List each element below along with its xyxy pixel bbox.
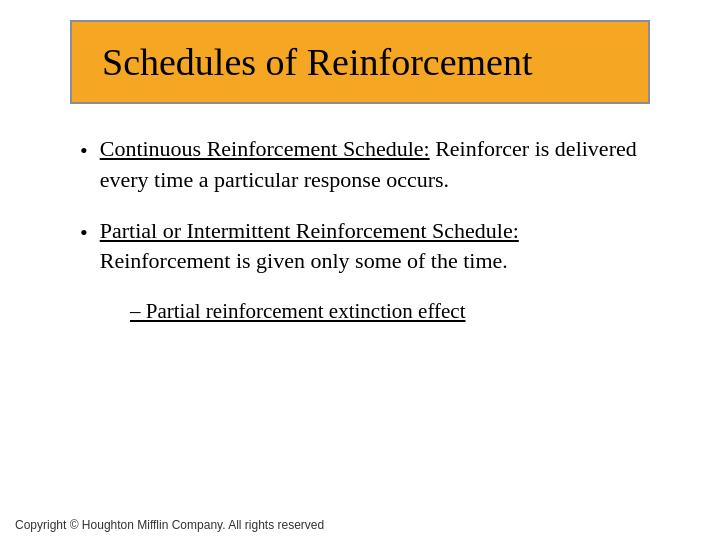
bullet-dot-1: • [80,136,88,167]
bullet-term-2: Partial or Intermittent Reinforcement Sc… [100,218,519,243]
bullet-text-1: Continuous Reinforcement Schedule: Reinf… [100,134,640,196]
slide-container: Schedules of Reinforcement • Continuous … [0,0,720,540]
bullet-list: • Continuous Reinforcement Schedule: Rei… [80,134,640,277]
bullet-term-1: Continuous Reinforcement Schedule: [100,136,430,161]
copyright-text: Copyright © Houghton Mifflin Company. Al… [15,518,324,532]
sub-item-text: – Partial reinforcement extinction effec… [130,299,465,323]
bullet-dot-2: • [80,218,88,249]
slide-title: Schedules of Reinforcement [102,41,533,83]
sub-item: – Partial reinforcement extinction effec… [130,297,640,326]
title-box: Schedules of Reinforcement [70,20,650,104]
bullet-text-2: Partial or Intermittent Reinforcement Sc… [100,216,640,278]
content-area: • Continuous Reinforcement Schedule: Rei… [30,134,690,530]
list-item: • Partial or Intermittent Reinforcement … [80,216,640,278]
list-item: • Continuous Reinforcement Schedule: Rei… [80,134,640,196]
bullet-desc-2: Reinforcement is given only some of the … [100,248,508,273]
